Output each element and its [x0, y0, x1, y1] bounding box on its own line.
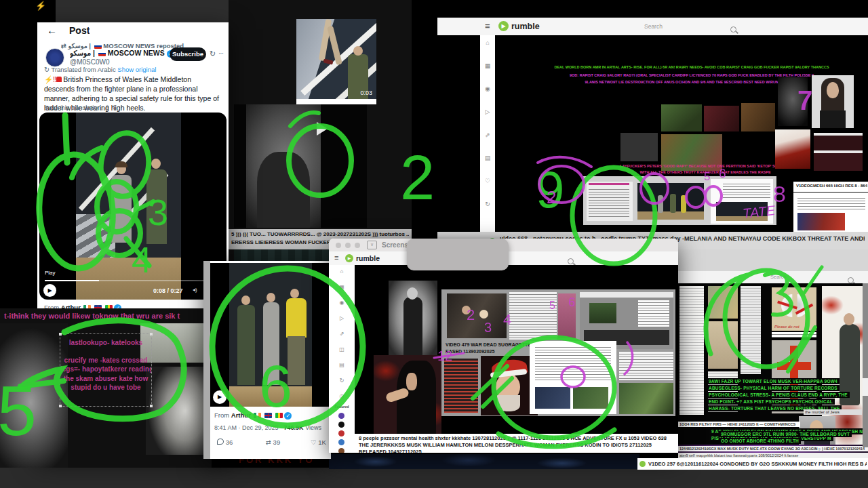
view-menu-icon[interactable]: ∨ — [367, 241, 377, 249]
selection-box[interactable]: lastlookupo- katelooks crucify me -kates… — [60, 333, 152, 407]
browse-icon[interactable]: ▦ — [480, 62, 495, 69]
history-icon[interactable]: ↻ — [329, 378, 355, 384]
magenta-line2: crucify me -kates crossed — [60, 356, 151, 365]
from-label: From — [214, 411, 229, 419]
search-icon[interactable] — [730, 26, 736, 33]
player-time-display: 0:08 / 0:27 — [153, 287, 183, 294]
scrollbar[interactable] — [863, 283, 868, 447]
video-play-icon[interactable] — [317, 122, 328, 136]
arm-shape-photo — [146, 367, 212, 455]
rumble-video-area[interactable]: DEAL WORLD BORN AMR IN ARTIAL ARTS- RISE… — [495, 35, 868, 232]
inner-video-still — [637, 183, 704, 220]
player-progress-bar[interactable] — [45, 280, 221, 281]
repost-action[interactable]: ⇄ 39 — [266, 439, 280, 446]
trending-icon[interactable]: ⇗ — [480, 131, 495, 138]
selection-handle[interactable] — [150, 405, 153, 407]
menu-icon[interactable]: ≡ — [485, 21, 490, 31]
face-sliver — [406, 373, 417, 390]
player-play-button[interactable]: ▶ — [213, 390, 226, 404]
rumble-logo-icon[interactable]: ▶ — [345, 254, 353, 262]
like-action[interactable]: ♡ 1K — [311, 439, 326, 446]
home-icon[interactable]: ⌂ — [329, 268, 355, 274]
selection-handle[interactable] — [59, 405, 62, 407]
channel-avatar[interactable] — [338, 430, 344, 436]
channel-avatar[interactable] — [338, 448, 344, 453]
search-icon[interactable] — [568, 258, 574, 264]
search-input[interactable]: Search — [644, 23, 663, 30]
close-button[interactable] — [336, 243, 341, 248]
home-icon[interactable]: ⌂ — [480, 39, 495, 46]
beige-image — [708, 321, 738, 369]
subscribe-button[interactable]: Subscribe — [170, 47, 206, 61]
screenshot-video-area[interactable]: VIDEO 479 WAR DEAD SUGRAGETTE SKRUBBER L… — [355, 265, 678, 434]
avatar[interactable] — [45, 48, 64, 67]
foryou-icon[interactable]: ◉ — [329, 300, 355, 306]
selection-handle[interactable] — [59, 333, 62, 336]
search-icon[interactable] — [848, 277, 854, 283]
inner-tweet-card — [711, 179, 773, 224]
foryou-icon[interactable]: ◉ — [480, 85, 495, 92]
minimize-button[interactable] — [345, 243, 351, 248]
figure-head — [407, 287, 418, 300]
green-text-line: PSYCHOLOGICAL STRESS- A PENIS CLAUS END … — [707, 392, 850, 398]
history-icon[interactable]: ↻ — [480, 201, 495, 207]
video-title-text[interactable]: 8 peeple pxzsser mental health shxter kk… — [355, 434, 678, 453]
tweet-meta-line: 8:41 AM · Dec 29, 2025 · 746.9K Views — [214, 424, 327, 431]
selection-handle[interactable] — [150, 333, 153, 336]
right-video-area[interactable]: Please do not ▶ 9AWI FAZR UP TOWART ELON… — [678, 283, 868, 447]
subscribe-label: Subscribe — [172, 50, 203, 58]
watch-later-icon[interactable]: ◷ — [329, 393, 355, 399]
torso-video[interactable] — [234, 104, 367, 228]
soldier-head — [353, 46, 363, 56]
shop-icon[interactable]: ◫ — [329, 346, 355, 352]
cross-horizontal — [777, 362, 811, 370]
from-author[interactable]: Arthur — [231, 411, 251, 419]
library-icon[interactable]: ▤ — [480, 155, 495, 161]
trending-icon[interactable]: ⇗ — [329, 331, 355, 337]
crowd-thumb — [661, 104, 702, 131]
channel-avatar[interactable] — [338, 439, 344, 445]
back-icon[interactable]: ← — [47, 24, 57, 36]
brown-thumb — [741, 103, 775, 131]
screenshot-thumbnail-tooltip[interactable] — [407, 239, 509, 270]
tweet2-video[interactable]: ▶ — [210, 263, 331, 407]
channel-avatar[interactable] — [338, 413, 344, 419]
bottom-strip-text[interactable]: V1DEO 257 6@120116122024 CONDONED BY G2O… — [648, 461, 867, 467]
likes-icon[interactable]: ♡ — [480, 178, 495, 184]
menu-icon[interactable]: ≡ — [334, 253, 338, 262]
collage-green-line: DEAL WORLD BORN AMR IN ARTIAL ARTS- RISE… — [526, 65, 858, 69]
blood-image — [775, 129, 810, 169]
browse-icon[interactable]: ▦ — [329, 284, 355, 290]
thumbs-up-icon[interactable]: ⇧ — [104, 104, 110, 111]
player-play-label: Play — [45, 270, 56, 276]
rumble-logo-text[interactable]: rumble — [356, 254, 380, 262]
scroll-thumb[interactable] — [863, 378, 868, 396]
share-icon[interactable]: ↻ — [210, 49, 216, 58]
rumble-header: ≡ ▶ rumble Search — [437, 18, 868, 35]
search-input[interactable]: Search — [770, 274, 787, 280]
heels-video-thumb[interactable]: 0:03 — [296, 19, 376, 99]
videos-icon[interactable]: ▷ — [480, 108, 495, 115]
show-original-link[interactable]: Show original — [117, 66, 156, 73]
more-icon[interactable]: ··· — [218, 49, 223, 57]
videos-icon[interactable]: ▷ — [329, 315, 355, 321]
red-text-column — [444, 359, 478, 413]
zoom-button[interactable] — [355, 243, 360, 248]
account-name[interactable]: موسكو | MOSCOW NEWS ✓ — [70, 49, 172, 58]
library-icon[interactable]: ▤ — [329, 362, 355, 368]
thumb-divider — [296, 99, 376, 104]
rumble-logo-text[interactable]: rumble — [511, 22, 540, 31]
hand-woman-photo — [374, 355, 441, 434]
volume-icon[interactable]: ◂) — [193, 287, 197, 293]
channel-avatar[interactable] — [338, 422, 344, 428]
tweet-video-player[interactable]: Play ▶ 0:08 / 0:27 ◂) ⚙ ⤢ — [39, 113, 226, 300]
magenta-line3: legs=- hapoytatkerer reading — [60, 365, 151, 374]
mali-flag-icon — [275, 413, 283, 418]
right-window: Search Please do not ▶ — [678, 249, 868, 469]
thumbs-down-icon[interactable]: ⇩ — [112, 104, 117, 111]
player-play-button[interactable]: ▶ — [43, 284, 56, 297]
right-card — [619, 352, 673, 380]
rumble-logo-icon[interactable]: ▶ — [498, 21, 509, 31]
green-text-line: 9ROMUEGOR ERC 9TL RUIN 9R00- THE 9ILLBOA… — [719, 431, 852, 437]
reply-action[interactable]: 36 — [217, 439, 233, 446]
